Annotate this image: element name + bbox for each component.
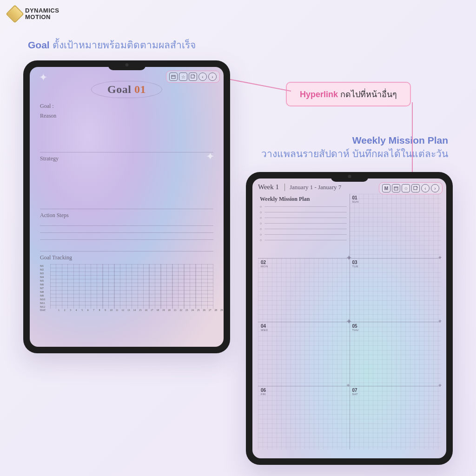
calendar-icon[interactable] (392, 184, 400, 192)
day-number: 12 (120, 309, 126, 311)
month-label: M3 (40, 271, 50, 275)
star-icon[interactable]: ☆ (179, 73, 187, 81)
svg-rect-3 (394, 187, 398, 190)
month-label: M7 (40, 286, 50, 290)
day-number: 5 (79, 309, 85, 311)
goal-label-strategy: Strategy (40, 155, 213, 162)
day-number: 8 (97, 309, 103, 311)
month-label: M2 (40, 268, 50, 271)
day-cell-tue[interactable]: 03 TUE (350, 258, 441, 322)
svg-rect-5 (414, 186, 417, 190)
day-number: 17 (149, 309, 155, 311)
day-number: 6 (85, 309, 91, 311)
mission-line[interactable]: ○ (260, 209, 347, 215)
day-label: DAY (40, 309, 46, 311)
day-number: 26 (201, 309, 207, 311)
month-label: M11 (40, 301, 50, 305)
month-label: M6 (40, 283, 50, 286)
goal-label-reason: Reason (40, 112, 213, 119)
day-number: 22 (178, 309, 184, 311)
month-label: M8 (40, 290, 50, 294)
mission-line[interactable]: ○ (260, 237, 347, 243)
day-number: 21 (172, 309, 178, 311)
day-cell-thu[interactable]: 05 THU (350, 322, 441, 386)
month-label: M12 (40, 305, 50, 309)
star-icon[interactable]: ☆ (402, 184, 410, 192)
mission-line[interactable]: ○ (260, 215, 347, 220)
goal-label-tracking: Goal Tracking (40, 254, 213, 261)
day-cell-sat[interactable]: 07 SAT (350, 386, 441, 450)
month-label: M1 (40, 264, 50, 268)
week-number: Week 1 (258, 183, 279, 191)
day-number: 14 (132, 309, 138, 311)
month-label: M10 (40, 298, 50, 301)
day-cell-sun[interactable]: 01 SUN (350, 194, 441, 258)
day-number: 7 (91, 309, 97, 311)
day-number: 20 (166, 309, 172, 311)
edit-icon[interactable] (411, 184, 420, 192)
goal-label-goal: Goal : (40, 103, 213, 110)
goal-label-action: Action Steps (40, 212, 213, 219)
next-icon[interactable]: › (208, 73, 217, 81)
tablet-weekly: M ☆ ‹ › Week 1 January 1 - January 7 Wee… (246, 172, 453, 465)
mission-line[interactable]: ○ (260, 220, 347, 226)
day-number: 3 (67, 309, 73, 311)
day-number: 27 (207, 309, 213, 311)
day-number: 28 (213, 309, 219, 311)
svg-rect-2 (191, 75, 194, 78)
day-number: 23 (184, 309, 190, 311)
day-cell-mon[interactable]: 02 MON (258, 258, 350, 322)
mission-line[interactable]: ○ (260, 231, 347, 237)
mission-line[interactable]: ○ (260, 204, 347, 209)
prev-icon[interactable]: ‹ (421, 184, 430, 192)
day-number: 1 (56, 309, 62, 311)
svg-rect-0 (172, 75, 175, 79)
week-range: January 1 - January 7 (284, 184, 341, 191)
month-button[interactable]: M (382, 184, 390, 192)
mission-line[interactable]: ○ (260, 226, 347, 231)
day-number: 16 (143, 309, 149, 311)
month-label: M5 (40, 279, 50, 283)
day-cell-wed[interactable]: 04 WED (258, 322, 350, 386)
month-label: M9 (40, 294, 50, 298)
mission-plan-cell: Weekly Mission Plan ○○○○○○○ (258, 194, 350, 258)
day-number: 19 (160, 309, 166, 311)
weekly-toolbar: M ☆ ‹ › (379, 182, 443, 194)
day-number: 13 (126, 309, 132, 311)
day-number: 25 (195, 309, 201, 311)
tablet-goal: ☆ ‹ › ✦ ✦ Goal 01 Goal : Reason S (23, 60, 230, 353)
edit-icon[interactable] (189, 73, 197, 81)
month-label: M4 (40, 275, 50, 279)
day-number: 11 (114, 309, 120, 311)
day-number: 15 (137, 309, 143, 311)
calendar-icon[interactable] (169, 73, 178, 81)
goal-tracking-grid: M1M2M3M4M5M6M7M8M9M10M11M12 DAY 12345678… (40, 264, 213, 311)
day-cell-fri[interactable]: 06 FRI (258, 386, 350, 450)
day-number: 18 (155, 309, 161, 311)
day-number: 4 (73, 309, 79, 311)
mission-title: Weekly Mission Plan (260, 196, 350, 203)
next-icon[interactable]: › (431, 184, 439, 192)
day-number: 9 (102, 309, 108, 311)
day-number: 10 (108, 309, 114, 311)
goal-toolbar: ☆ ‹ › (166, 71, 220, 83)
day-number: 24 (190, 309, 196, 311)
weekly-grid: Weekly Mission Plan ○○○○○○○ 01 SUN 02 MO… (258, 194, 441, 450)
day-number: 2 (62, 309, 68, 311)
day-number: 29 (218, 309, 224, 311)
prev-icon[interactable]: ‹ (198, 73, 207, 81)
goal-page-title: Goal 01 (40, 81, 213, 98)
